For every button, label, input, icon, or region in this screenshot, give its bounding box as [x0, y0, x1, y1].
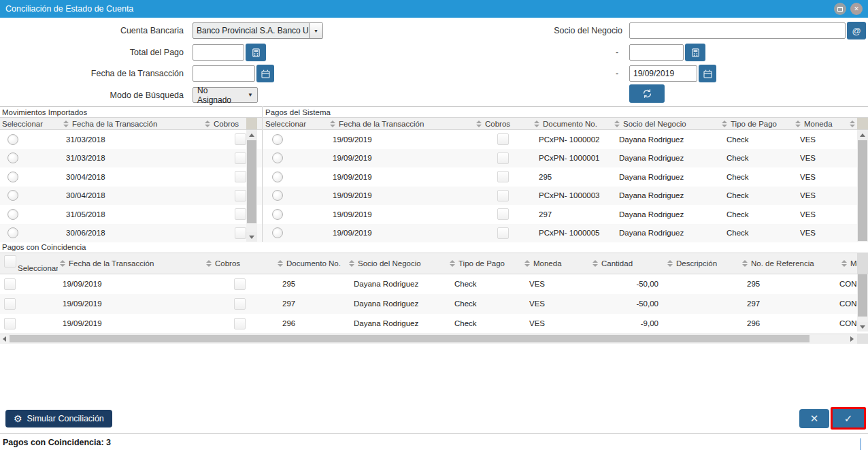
row-select-radio[interactable]: [7, 134, 18, 145]
sort-icon[interactable]: [534, 120, 539, 127]
cobros-checkbox[interactable]: [235, 152, 246, 164]
sort-icon[interactable]: [63, 120, 69, 127]
row-select-radio[interactable]: [272, 209, 283, 220]
table-row[interactable]: 31/03/2018: [0, 130, 262, 149]
bank-account-combobox[interactable]: Banco Provincial S.A. Banco Unive ▼: [193, 22, 323, 39]
business-partner-input[interactable]: [629, 22, 846, 39]
table-row[interactable]: 30/04/2018: [0, 187, 262, 206]
scroll-down-button[interactable]: [246, 232, 257, 242]
row-select-radio[interactable]: [7, 227, 18, 238]
column-header-referencia[interactable]: No. de Referencia: [740, 259, 839, 268]
cobros-checkbox[interactable]: [234, 298, 246, 310]
scrollbar-thumb[interactable]: [247, 140, 256, 223]
sort-icon[interactable]: [524, 260, 530, 267]
search-mode-select[interactable]: No Asignado ▼: [193, 87, 258, 103]
scroll-right-button[interactable]: [848, 334, 856, 344]
table-row[interactable]: 19/09/2019 295 Dayana Rodriguez Check VE…: [263, 167, 868, 187]
select-all-checkbox[interactable]: [4, 255, 16, 268]
column-header-documento[interactable]: Documento No.: [276, 259, 347, 268]
sort-icon[interactable]: [60, 260, 65, 267]
column-header-descripcion[interactable]: Descripción: [665, 259, 740, 268]
scrollbar-thumb[interactable]: [10, 335, 809, 342]
table-row[interactable]: 30/04/2018: [0, 167, 262, 187]
row-select-checkbox[interactable]: [4, 298, 16, 310]
sort-icon[interactable]: [330, 120, 335, 127]
sort-icon[interactable]: [206, 260, 212, 267]
sort-icon[interactable]: [592, 260, 598, 267]
column-header-cantidad[interactable]: Cantidad: [590, 259, 665, 268]
payment-total-to-input[interactable]: [629, 44, 684, 61]
scrollbar-thumb[interactable]: [858, 140, 867, 241]
sort-icon[interactable]: [205, 120, 210, 127]
refresh-button[interactable]: [629, 84, 665, 103]
sort-icon[interactable]: [742, 260, 748, 267]
confirm-button[interactable]: ✓: [831, 407, 866, 430]
column-header-memo[interactable]: Memo: [839, 259, 857, 268]
scroll-down-button[interactable]: [857, 322, 868, 332]
row-select-radio[interactable]: [272, 152, 283, 163]
cobros-checkbox[interactable]: [497, 208, 509, 220]
sort-icon[interactable]: [614, 120, 620, 127]
sort-icon[interactable]: [667, 260, 673, 267]
cobros-checkbox[interactable]: [234, 318, 246, 329]
column-header-socio[interactable]: Socio del Negocio: [612, 120, 720, 128]
transaction-date-to-calendar-button[interactable]: [699, 65, 716, 82]
cobros-checkbox[interactable]: [497, 190, 509, 201]
column-header-tipo[interactable]: Tipo de Pago: [720, 120, 793, 128]
table-row[interactable]: 30/06/2018: [0, 224, 262, 243]
sort-icon[interactable]: [349, 260, 354, 267]
column-header-moneda[interactable]: Moneda: [793, 120, 848, 128]
column-header-cobros[interactable]: Cobros: [203, 120, 246, 128]
row-select-radio[interactable]: [7, 172, 18, 182]
vertical-scrollbar[interactable]: [246, 130, 257, 242]
table-row[interactable]: 31/03/2018: [0, 149, 262, 168]
table-row[interactable]: 19/09/2019 PCxPN- 1000001 Dayana Rodrigu…: [263, 149, 868, 168]
table-row[interactable]: 19/09/2019 296 Dayana Rodriguez Check VE…: [0, 314, 868, 334]
transaction-date-input[interactable]: [193, 65, 255, 82]
column-header-fecha[interactable]: Fecha de la Transacción: [328, 120, 474, 128]
row-select-radio[interactable]: [7, 190, 18, 201]
cobros-checkbox[interactable]: [235, 227, 246, 239]
row-select-radio[interactable]: [272, 172, 283, 182]
table-row[interactable]: 31/05/2018: [0, 205, 262, 224]
sort-icon[interactable]: [476, 120, 482, 127]
business-partner-lookup-button[interactable]: @: [847, 22, 866, 39]
row-select-checkbox[interactable]: [4, 318, 16, 329]
cobros-checkbox[interactable]: [235, 171, 246, 182]
horizontal-scrollbar[interactable]: [0, 334, 868, 344]
column-header-tipo[interactable]: Tipo de Pago: [448, 259, 522, 268]
table-row[interactable]: 19/09/2019 295 Dayana Rodriguez Check VE…: [0, 274, 868, 294]
row-select-radio[interactable]: [272, 134, 283, 145]
column-header-clipped[interactable]: [848, 120, 857, 127]
bank-account-dropdown-button[interactable]: ▼: [309, 23, 322, 38]
vertical-scrollbar[interactable]: [857, 274, 868, 332]
sort-icon[interactable]: [278, 260, 283, 267]
column-header-fecha[interactable]: Fecha de la Transacción: [58, 259, 204, 268]
cancel-button[interactable]: ✕: [799, 409, 829, 428]
scroll-left-button[interactable]: [0, 334, 9, 344]
table-row[interactable]: 19/09/2019 PCxPN- 1000002 Dayana Rodrigu…: [263, 130, 868, 149]
table-row[interactable]: 19/09/2019 PCxPN- 1000005 Dayana Rodrigu…: [263, 224, 868, 243]
row-select-checkbox[interactable]: [4, 278, 16, 290]
column-header-moneda[interactable]: Moneda: [522, 259, 590, 268]
cobros-checkbox[interactable]: [497, 133, 509, 145]
cobros-checkbox[interactable]: [234, 278, 246, 290]
scroll-up-button[interactable]: [857, 130, 868, 140]
sort-icon[interactable]: [450, 260, 455, 267]
maximize-button[interactable]: [834, 3, 846, 15]
cobros-checkbox[interactable]: [497, 152, 509, 164]
row-select-radio[interactable]: [272, 227, 283, 238]
cobros-checkbox[interactable]: [235, 208, 246, 220]
column-header-fecha[interactable]: Fecha de la Transacción: [61, 120, 203, 128]
table-row[interactable]: 19/09/2019 PCxPN- 1000003 Dayana Rodrigu…: [263, 187, 868, 206]
cobros-checkbox[interactable]: [497, 227, 509, 239]
sort-icon[interactable]: [722, 120, 727, 127]
column-header-cobros[interactable]: Cobros: [204, 259, 276, 268]
row-select-radio[interactable]: [272, 190, 283, 201]
column-header-cobros[interactable]: Cobros: [474, 120, 532, 128]
row-select-radio[interactable]: [7, 209, 18, 220]
payment-total-to-calculator-button[interactable]: [685, 44, 705, 61]
sort-icon[interactable]: [841, 260, 847, 267]
cobros-checkbox[interactable]: [235, 190, 246, 201]
close-button[interactable]: ✕: [850, 3, 863, 15]
